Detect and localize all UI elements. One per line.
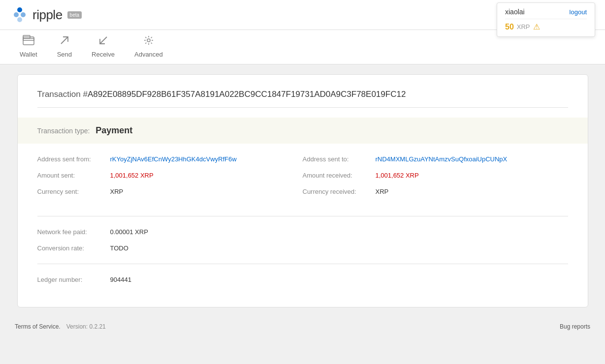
nav-item-send[interactable]: Send [47, 30, 82, 64]
svg-point-0 [14, 12, 19, 17]
user-panel-top: xiaolai logout [505, 8, 587, 16]
currency-sent-value: XRP [110, 188, 124, 195]
footer-left: Terms of Service. Version: 0.2.21 [15, 323, 106, 330]
fee-label: Network fee paid: [37, 228, 106, 236]
svg-point-3 [17, 17, 22, 22]
tx-title-prefix: Transaction # [37, 90, 88, 99]
svg-point-2 [17, 7, 22, 12]
nav-item-wallet[interactable]: Wallet [10, 30, 47, 64]
amount-sent-value: 1,001,652 XRP [110, 172, 154, 179]
receive-label: Receive [92, 51, 115, 58]
left-details: Address sent from: rKYoyZjNAv6EfCnWy23Hh… [37, 155, 303, 204]
advanced-label: Advanced [134, 51, 163, 58]
logo-text: ripple [32, 7, 63, 23]
currency-received-label: Currency received: [303, 188, 372, 195]
address-from-label: Address sent from: [37, 155, 106, 163]
receive-icon [98, 35, 109, 49]
nav-item-advanced[interactable]: Advanced [125, 30, 173, 64]
tx-type-value: Payment [96, 125, 132, 135]
advanced-icon [143, 35, 154, 49]
beta-badge: beta [67, 11, 82, 19]
ledger-value: 904441 [110, 276, 131, 283]
address-to-row: Address sent to: rND4MXMLGzuAYNtAmzvSuQf… [303, 155, 568, 163]
conversion-label: Conversion rate: [37, 244, 106, 252]
logo-area: ripple beta [10, 5, 82, 25]
balance-currency: XRP [517, 23, 530, 30]
transaction-type-row: Transaction type: Payment [18, 118, 588, 144]
details-grid: Address sent from: rKYoyZjNAv6EfCnWy23Hh… [37, 155, 568, 204]
main-content: Transaction #A892E08895DF928B61F357A8191… [7, 64, 598, 317]
header: ripple beta xiaolai logout 50 XRP ⚠ [0, 0, 605, 30]
currency-sent-row: Currency sent: XRP [37, 188, 303, 195]
conversion-row: Conversion rate: TODO [37, 244, 568, 252]
balance-amount: 50 [505, 23, 514, 31]
ledger-section: Ledger number: 904441 [37, 276, 568, 283]
wallet-label: Wallet [20, 51, 37, 58]
currency-sent-label: Currency sent: [37, 188, 106, 195]
amount-received-row: Amount received: 1,001,652 XRP [303, 172, 568, 179]
terms-of-service-link[interactable]: Terms of Service. [15, 323, 61, 330]
amount-received-label: Amount received: [303, 172, 372, 179]
ledger-label: Ledger number: [37, 276, 106, 283]
amount-received-value: 1,001,652 XRP [376, 172, 419, 179]
currency-received-value: XRP [376, 188, 389, 195]
fee-section: Network fee paid: 0.00001 XRP Conversion… [37, 228, 568, 252]
send-icon [59, 35, 70, 49]
logout-button[interactable]: logout [570, 8, 587, 16]
fee-row: Network fee paid: 0.00001 XRP [37, 228, 568, 236]
svg-point-1 [21, 12, 26, 17]
conversion-value: TODO [110, 244, 128, 252]
transaction-card: Transaction #A892E08895DF928B61F357A8191… [17, 74, 588, 307]
amount-sent-label: Amount sent: [37, 172, 106, 179]
footer: Terms of Service. Version: 0.2.21 Bug re… [0, 317, 605, 336]
amount-sent-row: Amount sent: 1,001,652 XRP [37, 172, 303, 179]
send-label: Send [57, 51, 72, 58]
warning-icon: ⚠ [533, 22, 540, 31]
ripple-logo-icon [10, 5, 30, 25]
tx-hash: A892E08895DF928B61F357A8191A022BC9CC1847… [88, 90, 406, 99]
currency-received-row: Currency received: XRP [303, 188, 568, 195]
version-label: Version: 0.2.21 [66, 323, 106, 330]
svg-line-8 [100, 37, 107, 44]
divider-2 [37, 264, 568, 264]
username-label: xiaolai [505, 8, 525, 16]
svg-line-7 [61, 37, 68, 44]
ledger-row: Ledger number: 904441 [37, 276, 568, 283]
balance-row: 50 XRP ⚠ [505, 19, 587, 31]
transaction-title: Transaction #A892E08895DF928B61F357A8191… [37, 90, 568, 108]
tx-type-label: Transaction type: [37, 127, 90, 135]
svg-point-9 [147, 39, 150, 42]
nav-item-receive[interactable]: Receive [82, 30, 125, 64]
address-to-label: Address sent to: [303, 155, 372, 163]
bug-reports-link[interactable]: Bug reports [560, 323, 590, 330]
user-panel: xiaolai logout 50 XRP ⚠ [497, 2, 595, 37]
fee-value: 0.00001 XRP [110, 228, 148, 236]
address-to-value: rND4MXMLGzuAYNtAmzvSuQfxoaiUpCUNpX [376, 155, 508, 163]
address-from-value: rKYoyZjNAv6EfCnWy23HhGK4dcVwyRfF6w [110, 155, 237, 163]
right-details: Address sent to: rND4MXMLGzuAYNtAmzvSuQf… [303, 155, 568, 204]
address-from-row: Address sent from: rKYoyZjNAv6EfCnWy23Hh… [37, 155, 303, 163]
wallet-icon [23, 35, 34, 49]
divider-1 [37, 216, 568, 216]
